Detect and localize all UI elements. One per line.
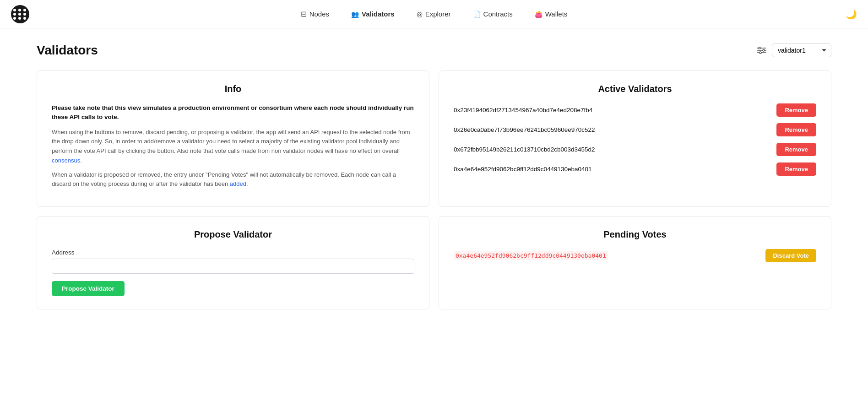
info-card: Info Please take note that this view sim… (37, 70, 429, 207)
validator-row: 0x23f4194062df2713454967a40bd7e4ed208e7f… (454, 103, 816, 117)
nav-item-explorer[interactable]: Explorer (413, 8, 455, 20)
active-validators-card: Active Validators 0x23f4194062df27134549… (439, 70, 831, 207)
remove-button-3[interactable]: Remove (776, 162, 816, 176)
validator-address-1: 0x26e0ca0abe7f73b96ee76241bc05960ee970c5… (454, 126, 595, 133)
nav-item-contracts[interactable]: Contracts (469, 8, 516, 20)
pending-vote-row: 0xa4e64e952fd9062bc9ff12dd9c0449130eba04… (454, 249, 816, 262)
dark-mode-button[interactable]: 🌙 (846, 9, 857, 20)
app-logo[interactable] (11, 5, 29, 23)
filter-icon-button[interactable] (757, 47, 766, 54)
nav-item-nodes[interactable]: Nodes (297, 8, 333, 20)
validator-row: 0xa4e64e952fd9062bc9ff12dd9c0449130eba04… (454, 162, 816, 176)
explorer-icon (417, 10, 423, 18)
pending-votes-card: Pending Votes 0xa4e64e952fd9062bc9ff12dd… (439, 216, 831, 309)
validator-dropdown[interactable]: validator1 validator2 validator3 (772, 43, 831, 57)
nav-label-explorer: Explorer (425, 10, 451, 18)
address-input[interactable] (52, 259, 414, 274)
validator-address-2: 0x672fbb95149b26211c013710cbd2cb003d3455… (454, 146, 595, 153)
nodes-icon (301, 10, 307, 18)
svg-point-5 (760, 52, 761, 54)
info-bold-text: Please take note that this view simulate… (52, 103, 414, 122)
nav-item-validators[interactable]: Validators (347, 8, 398, 20)
nav-label-contracts: Contracts (483, 10, 513, 18)
remove-button-1[interactable]: Remove (776, 123, 816, 136)
contracts-icon (473, 10, 481, 18)
pending-votes-title: Pending Votes (454, 229, 816, 240)
info-paragraph-2: When a validator is proposed or removed,… (52, 170, 414, 189)
address-label: Address (52, 249, 414, 256)
cards-grid: Info Please take note that this view sim… (37, 70, 831, 309)
page-title: Validators (37, 43, 98, 58)
filter-icon (757, 47, 766, 54)
propose-validator-card: Propose Validator Address Propose Valida… (37, 216, 429, 309)
info-paragraph-1: When using the buttons to remove, discar… (52, 128, 414, 166)
header-right: validator1 validator2 validator3 (757, 43, 831, 57)
info-card-title: Info (52, 84, 414, 94)
validator-address-3: 0xa4e64e952fd9062bc9ff12dd9c0449130eba04… (454, 166, 592, 173)
nav-label-validators: Validators (362, 10, 395, 18)
svg-point-4 (763, 49, 765, 51)
active-validators-title: Active Validators (454, 84, 816, 94)
nav-right: 🌙 (846, 9, 857, 20)
validator-address-0: 0x23f4194062df2713454967a40bd7e4ed208e7f… (454, 107, 592, 114)
page-header: Validators validator1 validator2 validat… (37, 43, 831, 58)
validators-icon (351, 10, 359, 18)
nav-center: Nodes Validators Explorer Contracts Wall… (297, 8, 571, 20)
svg-point-3 (759, 47, 760, 49)
validator-row: 0x672fbb95149b26211c013710cbd2cb003d3455… (454, 143, 816, 156)
remove-button-0[interactable]: Remove (776, 103, 816, 117)
discard-vote-button-0[interactable]: Discard Vote (765, 249, 816, 262)
navbar: Nodes Validators Explorer Contracts Wall… (0, 0, 868, 28)
nav-label-wallets: Wallets (545, 10, 568, 18)
validator-row: 0x26e0ca0abe7f73b96ee76241bc05960ee970c5… (454, 123, 816, 136)
nav-label-nodes: Nodes (309, 10, 329, 18)
main-content: Validators validator1 validator2 validat… (0, 28, 868, 324)
remove-button-2[interactable]: Remove (776, 143, 816, 156)
propose-validator-button[interactable]: Propose Validator (52, 281, 125, 296)
nav-item-wallets[interactable]: Wallets (531, 8, 571, 20)
propose-validator-title: Propose Validator (52, 229, 414, 240)
wallets-icon (535, 10, 542, 18)
pending-vote-address-0: 0xa4e64e952fd9062bc9ff12dd9c0449130eba04… (454, 251, 608, 260)
